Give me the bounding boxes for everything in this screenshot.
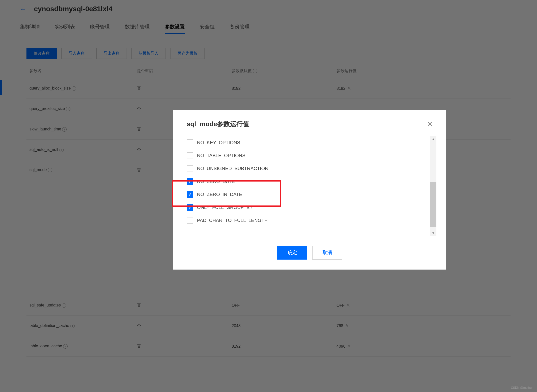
modal-body: NO_FIELD_OPTIONSNO_KEY_OPTIONSNO_TABLE_O… xyxy=(187,136,436,236)
option-label: NO_TABLE_OPTIONS xyxy=(197,153,245,158)
cancel-button[interactable]: 取消 xyxy=(312,246,342,260)
option-item[interactable]: NO_TABLE_OPTIONS xyxy=(187,152,426,159)
checkbox[interactable] xyxy=(187,165,193,172)
sql-mode-modal: sql_mode参数运行值 ✕ NO_FIELD_OPTIONSNO_KEY_O… xyxy=(173,110,446,270)
option-label: NO_ZERO_IN_DATE xyxy=(197,192,242,197)
scrollbar-thumb[interactable] xyxy=(430,182,436,227)
option-item[interactable]: NO_KEY_OPTIONS xyxy=(187,139,426,146)
checkbox[interactable] xyxy=(187,204,193,211)
modal-title: sql_mode参数运行值 xyxy=(187,120,249,128)
modal-footer: 确定 取消 xyxy=(173,236,446,270)
option-item[interactable]: ONLY_FULL_GROUP_BY xyxy=(187,204,426,211)
checkbox[interactable] xyxy=(187,217,193,224)
option-item[interactable]: PAD_CHAR_TO_FULL_LENGTH xyxy=(187,217,426,224)
checkbox[interactable] xyxy=(187,178,193,185)
option-label: NO_KEY_OPTIONS xyxy=(197,140,240,145)
close-icon[interactable]: ✕ xyxy=(427,120,433,128)
option-item[interactable]: NO_UNSIGNED_SUBTRACTION xyxy=(187,165,426,172)
option-item[interactable]: NO_ZERO_DATE xyxy=(187,178,426,185)
option-label: PAD_CHAR_TO_FULL_LENGTH xyxy=(197,218,268,223)
option-item[interactable]: NO_ZERO_IN_DATE xyxy=(187,191,426,198)
option-label: ONLY_FULL_GROUP_BY xyxy=(197,205,253,210)
modal-header: sql_mode参数运行值 ✕ xyxy=(173,110,446,136)
confirm-button[interactable]: 确定 xyxy=(277,246,307,260)
checkbox[interactable] xyxy=(187,191,193,198)
scroll-down-icon[interactable]: ▾ xyxy=(432,230,434,236)
checkbox[interactable] xyxy=(187,152,193,159)
option-label: NO_UNSIGNED_SUBTRACTION xyxy=(197,166,268,171)
watermark: CSDN @methun xyxy=(511,386,533,390)
option-label: NO_ZERO_DATE xyxy=(197,179,235,184)
scroll-up-icon[interactable]: ▴ xyxy=(432,136,434,141)
scrollbar-track[interactable]: ▴ ▾ xyxy=(430,136,436,236)
checkbox[interactable] xyxy=(187,139,193,146)
